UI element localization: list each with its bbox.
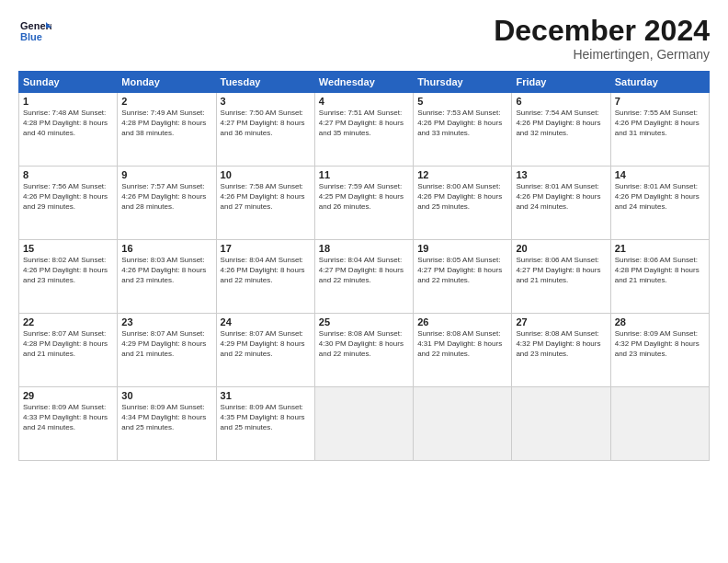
calendar-day: 28Sunrise: 8:09 AM Sunset: 4:32 PM Dayli… xyxy=(610,314,709,387)
calendar-day: 3Sunrise: 7:50 AM Sunset: 4:27 PM Daylig… xyxy=(216,93,314,167)
calendar-day: 1Sunrise: 7:48 AM Sunset: 4:28 PM Daylig… xyxy=(19,93,118,167)
calendar-week-0: 1Sunrise: 7:48 AM Sunset: 4:28 PM Daylig… xyxy=(19,93,710,167)
day-number: 14 xyxy=(615,169,705,180)
day-info: Sunrise: 8:09 AM Sunset: 4:34 PM Dayligh… xyxy=(121,403,211,432)
day-number: 17 xyxy=(221,243,311,254)
calendar-day: 13Sunrise: 8:01 AM Sunset: 4:26 PM Dayli… xyxy=(512,167,610,240)
calendar-week-2: 15Sunrise: 8:02 AM Sunset: 4:26 PM Dayli… xyxy=(19,240,710,314)
day-number: 8 xyxy=(23,169,113,180)
calendar-day: 8Sunrise: 7:56 AM Sunset: 4:26 PM Daylig… xyxy=(19,167,118,240)
calendar-day: 5Sunrise: 7:53 AM Sunset: 4:26 PM Daylig… xyxy=(414,93,512,167)
calendar-day: 22Sunrise: 8:07 AM Sunset: 4:28 PM Dayli… xyxy=(19,314,118,387)
calendar-day xyxy=(512,387,610,461)
day-info: Sunrise: 8:07 AM Sunset: 4:28 PM Dayligh… xyxy=(23,329,113,359)
day-number: 21 xyxy=(615,243,705,254)
day-info: Sunrise: 8:09 AM Sunset: 4:33 PM Dayligh… xyxy=(23,403,113,432)
calendar-day: 7Sunrise: 7:55 AM Sunset: 4:26 PM Daylig… xyxy=(610,93,709,167)
day-info: Sunrise: 7:51 AM Sunset: 4:27 PM Dayligh… xyxy=(319,109,409,138)
calendar-day: 4Sunrise: 7:51 AM Sunset: 4:27 PM Daylig… xyxy=(314,93,413,167)
day-info: Sunrise: 8:09 AM Sunset: 4:32 PM Dayligh… xyxy=(615,329,705,359)
day-number: 3 xyxy=(221,96,311,107)
calendar-day: 10Sunrise: 7:58 AM Sunset: 4:26 PM Dayli… xyxy=(216,167,314,240)
calendar-week-3: 22Sunrise: 8:07 AM Sunset: 4:28 PM Dayli… xyxy=(19,314,710,387)
day-number: 13 xyxy=(516,169,606,180)
calendar-day: 6Sunrise: 7:54 AM Sunset: 4:26 PM Daylig… xyxy=(512,93,610,167)
day-number: 31 xyxy=(221,390,311,401)
calendar-day: 15Sunrise: 8:02 AM Sunset: 4:26 PM Dayli… xyxy=(19,240,118,314)
day-number: 27 xyxy=(516,316,606,327)
day-number: 24 xyxy=(221,316,311,327)
day-info: Sunrise: 7:50 AM Sunset: 4:27 PM Dayligh… xyxy=(221,109,311,138)
day-number: 4 xyxy=(319,96,409,107)
calendar-day: 29Sunrise: 8:09 AM Sunset: 4:33 PM Dayli… xyxy=(19,387,118,461)
day-info: Sunrise: 7:58 AM Sunset: 4:26 PM Dayligh… xyxy=(221,182,311,212)
calendar-day: 20Sunrise: 8:06 AM Sunset: 4:27 PM Dayli… xyxy=(512,240,610,314)
day-info: Sunrise: 8:05 AM Sunset: 4:27 PM Dayligh… xyxy=(417,256,507,285)
calendar-day: 24Sunrise: 8:07 AM Sunset: 4:29 PM Dayli… xyxy=(216,314,314,387)
day-info: Sunrise: 8:08 AM Sunset: 4:31 PM Dayligh… xyxy=(417,329,507,359)
calendar-table: Sunday Monday Tuesday Wednesday Thursday… xyxy=(18,71,710,461)
day-number: 15 xyxy=(23,243,113,254)
svg-text:Blue: Blue xyxy=(20,31,42,42)
title-block: December 2024 Heimertingen, Germany xyxy=(494,15,710,62)
calendar-header-row: Sunday Monday Tuesday Wednesday Thursday… xyxy=(19,72,710,93)
day-number: 7 xyxy=(615,96,705,107)
day-info: Sunrise: 8:01 AM Sunset: 4:26 PM Dayligh… xyxy=(615,182,705,212)
day-number: 11 xyxy=(319,169,409,180)
day-number: 9 xyxy=(121,169,211,180)
day-number: 26 xyxy=(417,316,507,327)
day-info: Sunrise: 8:07 AM Sunset: 4:29 PM Dayligh… xyxy=(121,329,211,359)
calendar-day: 9Sunrise: 7:57 AM Sunset: 4:26 PM Daylig… xyxy=(118,167,216,240)
day-info: Sunrise: 8:04 AM Sunset: 4:26 PM Dayligh… xyxy=(221,256,311,285)
day-number: 1 xyxy=(23,96,113,107)
day-info: Sunrise: 8:02 AM Sunset: 4:26 PM Dayligh… xyxy=(23,256,113,285)
day-info: Sunrise: 8:00 AM Sunset: 4:26 PM Dayligh… xyxy=(417,182,507,212)
col-sunday: Sunday xyxy=(19,72,118,93)
day-info: Sunrise: 8:08 AM Sunset: 4:32 PM Dayligh… xyxy=(516,329,606,359)
day-info: Sunrise: 7:49 AM Sunset: 4:28 PM Dayligh… xyxy=(121,109,211,138)
day-info: Sunrise: 8:03 AM Sunset: 4:26 PM Dayligh… xyxy=(121,256,211,285)
day-number: 18 xyxy=(319,243,409,254)
month-title: December 2024 xyxy=(494,15,710,47)
calendar-week-1: 8Sunrise: 7:56 AM Sunset: 4:26 PM Daylig… xyxy=(19,167,710,240)
calendar-day: 18Sunrise: 8:04 AM Sunset: 4:27 PM Dayli… xyxy=(314,240,413,314)
calendar-day: 21Sunrise: 8:06 AM Sunset: 4:28 PM Dayli… xyxy=(610,240,709,314)
col-wednesday: Wednesday xyxy=(314,72,413,93)
location: Heimertingen, Germany xyxy=(494,47,710,62)
day-number: 12 xyxy=(417,169,507,180)
day-info: Sunrise: 7:48 AM Sunset: 4:28 PM Dayligh… xyxy=(23,109,113,138)
day-info: Sunrise: 7:55 AM Sunset: 4:26 PM Dayligh… xyxy=(615,109,705,138)
calendar-day: 31Sunrise: 8:09 AM Sunset: 4:35 PM Dayli… xyxy=(216,387,314,461)
calendar-day: 27Sunrise: 8:08 AM Sunset: 4:32 PM Dayli… xyxy=(512,314,610,387)
day-number: 30 xyxy=(121,390,211,401)
day-info: Sunrise: 7:57 AM Sunset: 4:26 PM Dayligh… xyxy=(121,182,211,212)
calendar-day: 2Sunrise: 7:49 AM Sunset: 4:28 PM Daylig… xyxy=(118,93,216,167)
main-container: General Blue December 2024 Heimertingen,… xyxy=(0,0,728,470)
col-friday: Friday xyxy=(512,72,610,93)
calendar-day: 14Sunrise: 8:01 AM Sunset: 4:26 PM Dayli… xyxy=(610,167,709,240)
calendar-day: 30Sunrise: 8:09 AM Sunset: 4:34 PM Dayli… xyxy=(118,387,216,461)
day-info: Sunrise: 8:06 AM Sunset: 4:27 PM Dayligh… xyxy=(516,256,606,285)
logo-icon: General Blue xyxy=(18,15,51,48)
day-info: Sunrise: 7:56 AM Sunset: 4:26 PM Dayligh… xyxy=(23,182,113,212)
day-number: 22 xyxy=(23,316,113,327)
calendar-day xyxy=(610,387,709,461)
calendar-day: 16Sunrise: 8:03 AM Sunset: 4:26 PM Dayli… xyxy=(118,240,216,314)
day-info: Sunrise: 7:54 AM Sunset: 4:26 PM Dayligh… xyxy=(516,109,606,138)
col-monday: Monday xyxy=(118,72,216,93)
calendar-day: 11Sunrise: 7:59 AM Sunset: 4:25 PM Dayli… xyxy=(314,167,413,240)
calendar-day: 12Sunrise: 8:00 AM Sunset: 4:26 PM Dayli… xyxy=(414,167,512,240)
day-number: 23 xyxy=(121,316,211,327)
day-info: Sunrise: 8:09 AM Sunset: 4:35 PM Dayligh… xyxy=(221,403,311,432)
day-info: Sunrise: 8:04 AM Sunset: 4:27 PM Dayligh… xyxy=(319,256,409,285)
day-number: 20 xyxy=(516,243,606,254)
day-info: Sunrise: 7:53 AM Sunset: 4:26 PM Dayligh… xyxy=(417,109,507,138)
day-info: Sunrise: 8:06 AM Sunset: 4:28 PM Dayligh… xyxy=(615,256,705,285)
calendar-day: 19Sunrise: 8:05 AM Sunset: 4:27 PM Dayli… xyxy=(414,240,512,314)
day-number: 19 xyxy=(417,243,507,254)
col-thursday: Thursday xyxy=(414,72,512,93)
day-info: Sunrise: 8:01 AM Sunset: 4:26 PM Dayligh… xyxy=(516,182,606,212)
col-tuesday: Tuesday xyxy=(216,72,314,93)
calendar-day: 17Sunrise: 8:04 AM Sunset: 4:26 PM Dayli… xyxy=(216,240,314,314)
day-number: 25 xyxy=(319,316,409,327)
